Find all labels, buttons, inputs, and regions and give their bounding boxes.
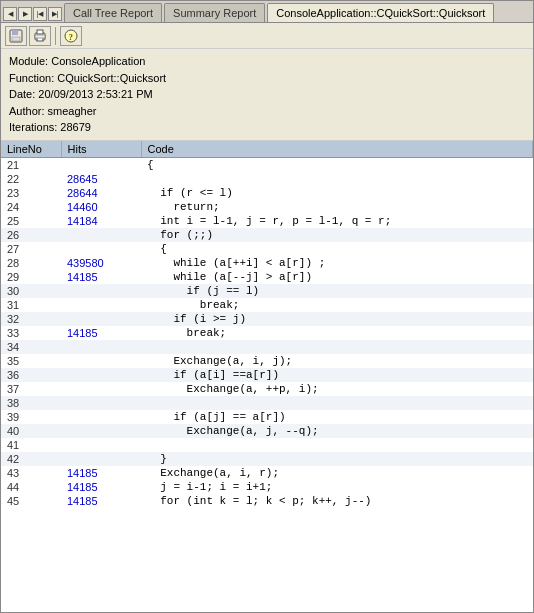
cell-hits: 14184 — [61, 214, 141, 228]
table-row: 36 if (a[i] ==a[r]) — [1, 368, 533, 382]
table-body: 21{22286452328644 if (r <= l)2414460 ret… — [1, 157, 533, 508]
cell-lineno: 37 — [1, 382, 61, 396]
col-hits: Hits — [61, 141, 141, 158]
print-btn[interactable] — [29, 26, 51, 46]
col-lineno: LineNo — [1, 141, 61, 158]
cell-hits: 28645 — [61, 172, 141, 186]
info-function: Function: CQuickSort::Quicksort — [9, 70, 525, 87]
cell-hits: 14185 — [61, 466, 141, 480]
help-icon: ? — [64, 29, 78, 43]
table-row: 27 { — [1, 242, 533, 256]
table-row: 40 Exchange(a, j, --q); — [1, 424, 533, 438]
cell-hits — [61, 228, 141, 242]
table-row: 31 break; — [1, 298, 533, 312]
cell-hits — [61, 382, 141, 396]
cell-code: if (j == l) — [141, 284, 533, 298]
cell-code — [141, 340, 533, 354]
cell-hits: 14185 — [61, 480, 141, 494]
svg-rect-6 — [35, 35, 45, 38]
cell-code: return; — [141, 200, 533, 214]
cell-lineno: 38 — [1, 396, 61, 410]
cell-code — [141, 396, 533, 410]
cell-lineno: 45 — [1, 494, 61, 508]
cell-lineno: 26 — [1, 228, 61, 242]
cell-code — [141, 172, 533, 186]
cell-hits — [61, 368, 141, 382]
cell-lineno: 44 — [1, 480, 61, 494]
cell-hits: 14460 — [61, 200, 141, 214]
cell-lineno: 27 — [1, 242, 61, 256]
info-author: Author: smeagher — [9, 103, 525, 120]
cell-code: int i = l-1, j = r, p = l-1, q = r; — [141, 214, 533, 228]
table-container[interactable]: LineNo Hits Code 21{22286452328644 if (r… — [1, 141, 533, 613]
cell-code: j = i-1; i = i+1; — [141, 480, 533, 494]
table-row: 35 Exchange(a, i, j); — [1, 354, 533, 368]
info-iterations: Iterations: 28679 — [9, 119, 525, 136]
cell-code: if (i >= j) — [141, 312, 533, 326]
cell-hits: 14185 — [61, 270, 141, 284]
table-row: 32 if (i >= j) — [1, 312, 533, 326]
cell-lineno: 30 — [1, 284, 61, 298]
tab-summary[interactable]: Summary Report — [164, 3, 265, 22]
cell-code: { — [141, 157, 533, 172]
cell-lineno: 34 — [1, 340, 61, 354]
tab-call-tree[interactable]: Call Tree Report — [64, 3, 162, 22]
cell-lineno: 24 — [1, 200, 61, 214]
cell-hits: 28644 — [61, 186, 141, 200]
table-row: 2414460 return; — [1, 200, 533, 214]
nav-arrows: ◀ ▶ |◀ ▶| — [3, 7, 62, 21]
nav-forward-btn[interactable]: ▶ — [18, 7, 32, 21]
save-icon — [9, 29, 23, 43]
cell-lineno: 28 — [1, 256, 61, 270]
table-row: 21{ — [1, 157, 533, 172]
nav-first-btn[interactable]: |◀ — [33, 7, 47, 21]
cell-lineno: 41 — [1, 438, 61, 452]
print-icon — [33, 29, 47, 43]
table-header-row: LineNo Hits Code — [1, 141, 533, 158]
cell-code: break; — [141, 298, 533, 312]
cell-hits — [61, 298, 141, 312]
toolbar: ? — [1, 23, 533, 49]
table-row: 2914185 while (a[--j] > a[r]) — [1, 270, 533, 284]
nav-back-btn[interactable]: ◀ — [3, 7, 17, 21]
cell-lineno: 43 — [1, 466, 61, 480]
cell-lineno: 23 — [1, 186, 61, 200]
cell-hits — [61, 312, 141, 326]
table-row: 39 if (a[j] == a[r]) — [1, 410, 533, 424]
tab-console[interactable]: ConsoleApplication::CQuickSort::Quicksor… — [267, 3, 494, 22]
cell-code: while (a[++i] < a[r]) ; — [141, 256, 533, 270]
cell-hits: 14185 — [61, 494, 141, 508]
cell-hits — [61, 354, 141, 368]
table-row: 4314185 Exchange(a, i, r); — [1, 466, 533, 480]
code-table: LineNo Hits Code 21{22286452328644 if (r… — [1, 141, 533, 508]
cell-lineno: 35 — [1, 354, 61, 368]
cell-hits: 439580 — [61, 256, 141, 270]
svg-rect-1 — [12, 30, 18, 35]
table-row: 4514185 for (int k = l; k < p; k++, j--) — [1, 494, 533, 508]
cell-code: Exchange(a, ++p, i); — [141, 382, 533, 396]
cell-code: for (;;) — [141, 228, 533, 242]
table-row: 30 if (j == l) — [1, 284, 533, 298]
info-date: Date: 20/09/2013 2:53:21 PM — [9, 86, 525, 103]
cell-code — [141, 438, 533, 452]
col-code: Code — [141, 141, 533, 158]
cell-hits: 14185 — [61, 326, 141, 340]
table-row: 41 — [1, 438, 533, 452]
cell-lineno: 25 — [1, 214, 61, 228]
cell-code: for (int k = l; k < p; k++, j--) — [141, 494, 533, 508]
cell-code: if (a[j] == a[r]) — [141, 410, 533, 424]
table-row: 37 Exchange(a, ++p, i); — [1, 382, 533, 396]
toolbar-sep — [55, 27, 56, 45]
cell-hits — [61, 242, 141, 256]
nav-last-btn[interactable]: ▶| — [48, 7, 62, 21]
cell-lineno: 33 — [1, 326, 61, 340]
cell-lineno: 40 — [1, 424, 61, 438]
info-module: Module: ConsoleApplication — [9, 53, 525, 70]
cell-hits — [61, 424, 141, 438]
help-btn[interactable]: ? — [60, 26, 82, 46]
table-row: 38 — [1, 396, 533, 410]
svg-text:?: ? — [69, 31, 74, 41]
save-btn[interactable] — [5, 26, 27, 46]
cell-lineno: 21 — [1, 157, 61, 172]
cell-lineno: 29 — [1, 270, 61, 284]
